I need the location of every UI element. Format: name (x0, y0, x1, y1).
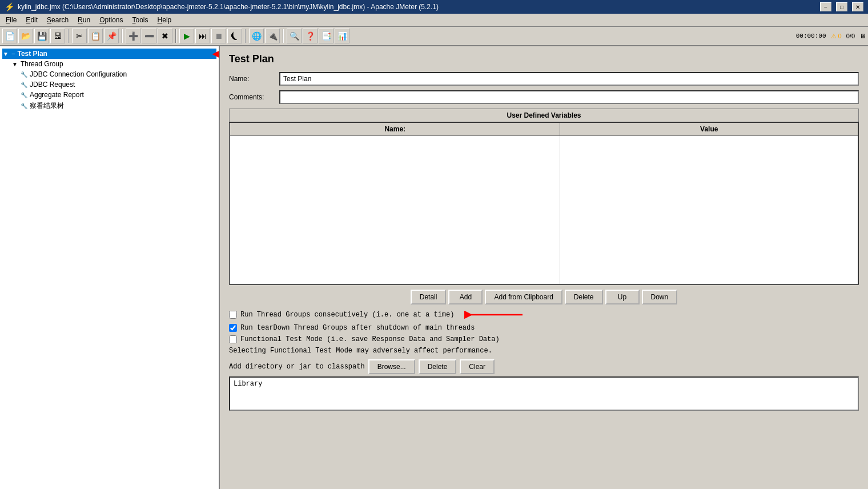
expand-results-icon: 🔧 (21, 103, 27, 109)
monitor-icon: 🖥 (859, 33, 866, 39)
stop-button[interactable]: ⏹ (211, 29, 226, 43)
functional-mode-row: Functional Test Mode (i.e. save Response… (229, 335, 859, 343)
clear-button[interactable]: ✖ (158, 29, 172, 43)
menu-search[interactable]: Search (43, 15, 72, 25)
function-helper-button[interactable]: 🔍 (287, 29, 302, 43)
tree-label-view-results: 察看结果树 (30, 101, 64, 111)
cut-button[interactable]: ✂ (72, 29, 87, 43)
menu-file[interactable]: File (2, 15, 20, 25)
empty-row-1 (230, 136, 858, 284)
expand-jdbc-conn-icon: 🔧 (21, 71, 27, 78)
name-input[interactable] (279, 72, 859, 86)
error-count: 0/0 (846, 33, 855, 39)
down-button[interactable]: Down (642, 290, 678, 304)
library-area[interactable]: Library (229, 376, 859, 411)
start-no-pauses-button[interactable]: ⏭ (195, 29, 210, 43)
menu-bar: File Edit Search Run Options Tools Help (0, 14, 868, 27)
functional-mode-checkbox[interactable] (229, 335, 237, 343)
comments-input[interactable] (279, 90, 859, 104)
tree-item-aggregate-report[interactable]: 🔧 Aggregate Report (2, 90, 216, 100)
tree-item-view-results[interactable]: 🔧 察看结果树 (2, 100, 216, 112)
run-consecutively-row: Run Thread Groups consecutively (i.e. on… (229, 309, 859, 320)
menu-options[interactable]: Options (96, 15, 126, 25)
delete-classpath-button[interactable]: Delete (419, 359, 457, 374)
warning-icon: ⚠ 0 (831, 33, 842, 40)
run-consecutively-checkbox[interactable] (229, 311, 237, 319)
expand-agg-icon: 🔧 (21, 92, 27, 98)
separator-1 (68, 29, 69, 43)
toolbar: 📄 📂 💾 🖫 ✂ 📋 📌 ➕ ➖ ✖ ▶ ⏭ ⏹ ⏾ 🌐 🔌 🔍 ❓ 📑 📊 … (0, 27, 868, 46)
main-container: ▼ − Test Plan ▼ Thread Group 🔧 JDBC Conn… (0, 46, 868, 489)
toolbar-right: 00:00:00 ⚠ 0 0/0 🖥 (796, 33, 866, 40)
remote-start-button[interactable]: 🌐 (249, 29, 264, 43)
empty-name-cell (230, 136, 560, 284)
tree-panel[interactable]: ▼ − Test Plan ▼ Thread Group 🔧 JDBC Conn… (0, 46, 220, 489)
paste-button[interactable]: 📌 (104, 29, 119, 43)
shutdown-button[interactable]: ⏾ (227, 29, 242, 43)
tree-label-jdbc-connection: JDBC Connection Configuration (30, 70, 127, 78)
tree-item-thread-group[interactable]: ▼ Thread Group (2, 59, 216, 69)
variables-tbody (230, 136, 858, 284)
functional-note: Selecting Functional Test Mode may adver… (229, 347, 859, 355)
expand-jdbc-req-icon: 🔧 (21, 82, 27, 88)
remote-stop-button[interactable]: 🔌 (265, 29, 280, 43)
tree-label-aggregate-report: Aggregate Report (30, 91, 84, 99)
tree-item-test-plan[interactable]: ▼ − Test Plan (2, 49, 216, 59)
detail-button[interactable]: Detail (411, 290, 447, 304)
menu-help[interactable]: Help (154, 15, 175, 25)
menu-tools[interactable]: Tools (129, 15, 152, 25)
delete-variable-button[interactable]: Delete (565, 290, 603, 304)
library-text: Library (234, 380, 262, 388)
checkboxes-section: Run Thread Groups consecutively (i.e. on… (229, 309, 859, 343)
template-button[interactable]: 📑 (319, 29, 333, 43)
expand-thread-icon: ▼ (11, 61, 18, 67)
collapse-icon: − (11, 50, 15, 57)
run-teardown-row: Run tearDown Thread Groups after shutdow… (229, 324, 859, 332)
comments-field-row: Comments: (229, 90, 859, 104)
add-variable-button[interactable]: Add (448, 290, 483, 304)
separator-4 (245, 29, 246, 43)
menu-edit[interactable]: Edit (22, 15, 41, 25)
tree-label-jdbc-request: JDBC Request (30, 81, 75, 89)
maximize-button[interactable]: □ (836, 2, 847, 11)
remove-button[interactable]: ➖ (142, 29, 156, 43)
save-button[interactable]: 💾 (34, 29, 49, 43)
add-clipboard-button[interactable]: Add from Clipboard (485, 290, 562, 304)
tree-label-test-plan: Test Plan (17, 50, 47, 58)
help-button[interactable]: ❓ (303, 29, 318, 43)
up-button[interactable]: Up (605, 290, 640, 304)
run-teardown-label: Run tearDown Thread Groups after shutdow… (240, 324, 475, 332)
browse-button[interactable]: Browse... (368, 359, 415, 374)
tree-item-jdbc-request[interactable]: 🔧 JDBC Request (2, 79, 216, 90)
separator-2 (122, 29, 123, 43)
start-button[interactable]: ▶ (179, 29, 194, 43)
arrow-run-consecutive (460, 309, 528, 320)
timer-display: 00:00:00 (796, 33, 826, 39)
name-label: Name: (229, 75, 275, 83)
content-panel: Test Plan Name: Comments: User Defined V… (220, 46, 868, 489)
title-bar: ⚡ kylin_jdbc.jmx (C:\Users\Administrator… (0, 0, 868, 14)
minimize-button[interactable]: − (820, 2, 831, 11)
new-button[interactable]: 📄 (2, 29, 17, 43)
classpath-label: Add directory or jar to classpath (229, 363, 365, 371)
menu-run[interactable]: Run (74, 15, 94, 25)
copy-button[interactable]: 📋 (88, 29, 103, 43)
col-name: Name: (230, 122, 560, 136)
close-button[interactable]: ✕ (852, 2, 863, 11)
tree-label-thread-group: Thread Group (21, 60, 63, 68)
variables-table: Name: Value (229, 122, 859, 285)
tree-item-jdbc-connection[interactable]: 🔧 JDBC Connection Configuration (2, 69, 216, 79)
window-controls: − □ ✕ (820, 2, 863, 11)
add-button[interactable]: ➕ (126, 29, 140, 43)
name-field-row: Name: (229, 72, 859, 86)
log-button[interactable]: 📊 (335, 29, 349, 43)
run-teardown-checkbox[interactable] (229, 324, 237, 332)
separator-3 (175, 29, 176, 43)
saveas-button[interactable]: 🖫 (50, 29, 65, 43)
open-button[interactable]: 📂 (18, 29, 33, 43)
col-value: Value (560, 122, 858, 136)
clear-classpath-button[interactable]: Clear (460, 359, 495, 374)
comments-label: Comments: (229, 93, 275, 101)
app-icon: ⚡ (5, 2, 14, 11)
separator-5 (283, 29, 284, 43)
